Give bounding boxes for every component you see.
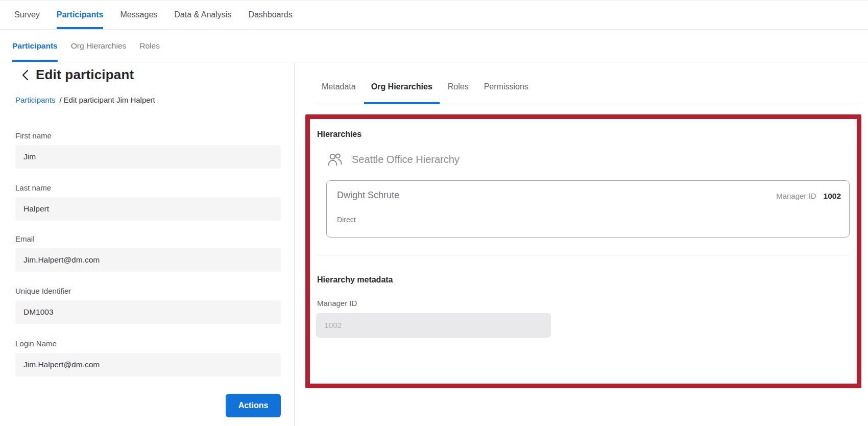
login-name-label: Login Name: [15, 339, 281, 349]
page-title-row: Edit participant: [21, 67, 134, 83]
manager-id-meta-label: Manager ID: [776, 192, 816, 200]
field-first-name: First name: [15, 131, 281, 169]
hierarchy-name: Seattle Office Hierarchy: [352, 154, 460, 165]
breadcrumb-current: Edit participant Jim Halpert: [64, 96, 155, 104]
hierarchy-relation-card[interactable]: Dwight Schrute Manager ID 1002 Direct: [326, 180, 850, 238]
subnav-roles[interactable]: Roles: [139, 30, 160, 62]
subnav-participants[interactable]: Participants: [12, 30, 58, 62]
email-input[interactable]: [15, 248, 281, 272]
top-nav-data-analysis[interactable]: Data & Analysis: [174, 1, 231, 29]
top-nav-messages[interactable]: Messages: [120, 1, 157, 29]
tab-roles[interactable]: Roles: [448, 70, 469, 104]
participant-detail-panel: Metadata Org Hierarchies Roles Permissio…: [295, 63, 868, 426]
first-name-label: First name: [15, 131, 281, 141]
last-name-input[interactable]: [15, 197, 281, 221]
manager-id-meta-value: 1002: [824, 192, 841, 201]
unique-identifier-input[interactable]: [15, 300, 281, 324]
subnav-org-hierarchies[interactable]: Org Hierarchies: [71, 30, 127, 62]
breadcrumb-separator: /: [59, 96, 61, 104]
tab-metadata[interactable]: Metadata: [322, 70, 356, 104]
people-icon: [327, 153, 343, 166]
hierarchy-metadata-title: Hierarchy metadata: [317, 275, 393, 285]
tab-permissions[interactable]: Permissions: [484, 70, 528, 104]
app-window: Survey Participants Messages Data & Anal…: [0, 0, 868, 426]
tab-org-hierarchies[interactable]: Org Hierarchies: [371, 70, 432, 104]
relationship-type: Direct: [337, 216, 356, 224]
unique-identifier-label: Unique Identifier: [15, 286, 281, 296]
detail-tabs: Metadata Org Hierarchies Roles Permissio…: [316, 63, 859, 104]
manager-name: Dwight Schrute: [337, 190, 399, 201]
login-name-input[interactable]: [15, 353, 281, 376]
edit-participant-panel: Edit participant Participants/Edit parti…: [0, 63, 295, 426]
field-login-name: Login Name: [15, 339, 281, 376]
hierarchies-section-title: Hierarchies: [317, 130, 361, 139]
top-nav-participants[interactable]: Participants: [57, 1, 104, 29]
last-name-label: Last name: [15, 183, 281, 193]
manager-id-meta: Manager ID 1002: [776, 192, 841, 201]
manager-id-input: [316, 313, 551, 338]
top-nav-survey[interactable]: Survey: [14, 1, 40, 29]
breadcrumb-participants-link[interactable]: Participants: [15, 96, 55, 104]
top-nav-dashboards[interactable]: Dashboards: [248, 1, 292, 29]
field-email: Email: [15, 234, 281, 272]
red-highlight-box: Hierarchies Seattle Office Hierarchy Dwi…: [305, 114, 861, 388]
breadcrumb: Participants/Edit participant Jim Halper…: [15, 96, 155, 104]
email-label: Email: [15, 234, 281, 244]
section-divider: [317, 255, 850, 255]
actions-button[interactable]: Actions: [226, 394, 281, 417]
field-unique-identifier: Unique Identifier: [15, 286, 281, 324]
top-navigation: Survey Participants Messages Data & Anal…: [0, 1, 868, 30]
manager-id-field-label: Manager ID: [317, 299, 357, 307]
field-last-name: Last name: [15, 183, 281, 221]
hierarchy-group-row: Seattle Office Hierarchy: [327, 153, 460, 166]
sub-navigation: Participants Org Hierarchies Roles: [0, 30, 868, 62]
first-name-input[interactable]: [15, 145, 281, 169]
page-title: Edit participant: [36, 67, 134, 83]
back-chevron-icon[interactable]: [21, 69, 29, 81]
main-content: Edit participant Participants/Edit parti…: [0, 63, 868, 426]
